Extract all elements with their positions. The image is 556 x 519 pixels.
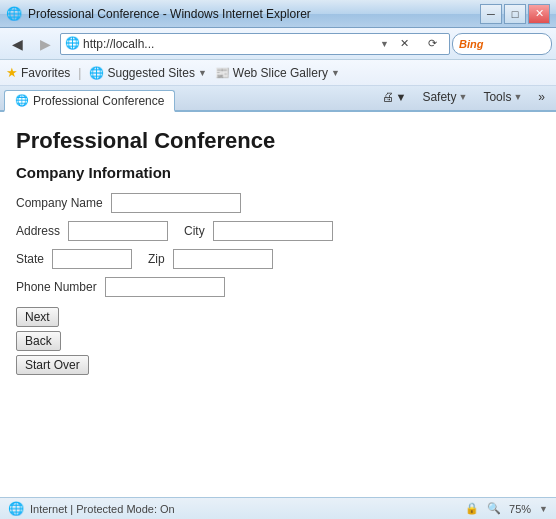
tab-bar: 🌐 Professional Conference 🖨 ▼ Safety ▼ T… [0, 86, 556, 112]
zip-input[interactable] [173, 249, 273, 269]
phone-row: Phone Number [16, 277, 540, 297]
address-label: Address [16, 224, 60, 238]
zoom-level: 75% [509, 503, 531, 515]
nav-bar: ◀ ▶ 🌐 ▼ ✕ ⟳ Bing 🔍 [0, 28, 556, 60]
toolbar-right: 🖨 ▼ Safety ▼ Tools ▼ » [375, 86, 552, 110]
suggested-sites-item[interactable]: 🌐 Suggested Sites ▼ [89, 66, 206, 80]
safety-dropdown-icon: ▼ [458, 92, 467, 102]
webslice-item[interactable]: 📰 Web Slice Gallery ▼ [215, 66, 340, 80]
close-button[interactable]: ✕ [528, 4, 550, 24]
back-button-form[interactable]: Back [16, 331, 61, 351]
maximize-button[interactable]: □ [504, 4, 526, 24]
page-label: ▼ [396, 91, 407, 103]
tab-professional-conference[interactable]: 🌐 Professional Conference [4, 90, 175, 112]
bing-icon: Bing [459, 38, 483, 50]
state-input[interactable] [52, 249, 132, 269]
minimize-button[interactable]: ─ [480, 4, 502, 24]
company-name-input[interactable] [111, 193, 241, 213]
tab-icon: 🌐 [15, 94, 29, 107]
zip-label: Zip [148, 252, 165, 266]
favorites-button[interactable]: ★ Favorites [6, 65, 70, 80]
status-right: 🔒 🔍 75% ▼ [465, 502, 548, 515]
page-title: Professional Conference [16, 128, 540, 154]
suggested-dropdown-icon[interactable]: ▼ [198, 68, 207, 78]
tools-button[interactable]: Tools ▼ [476, 86, 529, 108]
search-input[interactable] [486, 37, 556, 51]
print-icon: 🖨 [382, 90, 394, 104]
title-bar: 🌐 Professional Conference - Windows Inte… [0, 0, 556, 28]
back-button[interactable]: ◀ [4, 31, 30, 57]
zone-text: Internet | Protected Mode: On [30, 503, 175, 515]
zoom-dropdown-icon[interactable]: ▼ [539, 504, 548, 514]
window-controls: ─ □ ✕ [480, 4, 550, 24]
state-label: State [16, 252, 44, 266]
page-icon-btn[interactable]: 🖨 ▼ [375, 86, 414, 108]
phone-input[interactable] [105, 277, 225, 297]
refresh-button[interactable]: ⟳ [419, 35, 445, 53]
page-content: Professional Conference Company Informat… [0, 112, 556, 395]
button-group: Next Back Start Over [16, 307, 540, 375]
company-name-label: Company Name [16, 196, 103, 210]
section-title: Company Information [16, 164, 540, 181]
webslice-icon: 📰 [215, 66, 230, 80]
safety-button[interactable]: Safety ▼ [415, 86, 474, 108]
safety-label: Safety [422, 90, 456, 104]
tools-label: Tools [483, 90, 511, 104]
zoom-icon: 🔍 [487, 502, 501, 515]
browser-window: 🌐 Professional Conference - Windows Inte… [0, 0, 556, 519]
forward-button[interactable]: ▶ [32, 31, 58, 57]
address-dropdown-icon[interactable]: ▼ [380, 39, 389, 49]
command-bar-expand[interactable]: » [531, 86, 552, 108]
page-icon: 🌐 [65, 36, 81, 52]
webslice-dropdown-icon[interactable]: ▼ [331, 68, 340, 78]
browser-icon: 🌐 [6, 6, 22, 22]
content-area: Professional Conference Company Informat… [0, 112, 556, 497]
webslice-label[interactable]: Web Slice Gallery [233, 66, 328, 80]
favorites-label[interactable]: Favorites [21, 66, 70, 80]
address-bar[interactable]: 🌐 ▼ ✕ ⟳ [60, 33, 450, 55]
security-icon: 🔒 [465, 502, 479, 515]
address-row: Address City [16, 221, 540, 241]
window-title: Professional Conference - Windows Intern… [28, 7, 480, 21]
start-over-button[interactable]: Start Over [16, 355, 89, 375]
tools-dropdown-icon: ▼ [513, 92, 522, 102]
state-zip-row: State Zip [16, 249, 540, 269]
city-input[interactable] [213, 221, 333, 241]
zone-icon: 🌐 [8, 501, 24, 516]
suggested-label[interactable]: Suggested Sites [107, 66, 194, 80]
address-input[interactable] [83, 37, 378, 51]
phone-label: Phone Number [16, 280, 97, 294]
city-label: City [184, 224, 205, 238]
suggested-icon: 🌐 [89, 66, 104, 80]
next-button[interactable]: Next [16, 307, 59, 327]
favorites-bar: ★ Favorites | 🌐 Suggested Sites ▼ 📰 Web … [0, 60, 556, 86]
company-name-row: Company Name [16, 193, 540, 213]
star-icon: ★ [6, 65, 18, 80]
search-box[interactable]: Bing 🔍 [452, 33, 552, 55]
stop-button[interactable]: ✕ [391, 35, 417, 53]
tab-label: Professional Conference [33, 94, 164, 108]
fav-separator: | [78, 66, 81, 80]
status-bar: 🌐 Internet | Protected Mode: On 🔒 🔍 75% … [0, 497, 556, 519]
address-input[interactable] [68, 221, 168, 241]
